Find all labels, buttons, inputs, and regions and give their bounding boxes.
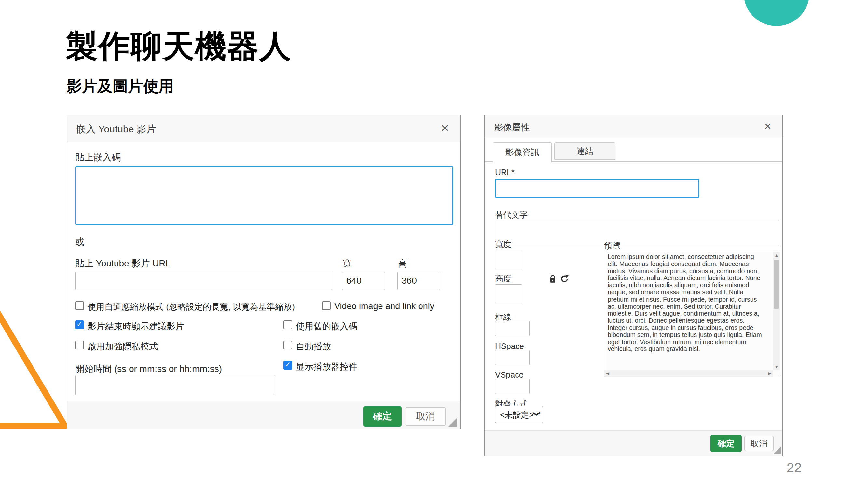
privacy-mode-checkbox[interactable] xyxy=(75,340,84,349)
width-label: 寬度 xyxy=(495,239,511,250)
old-embed-code-checkbox[interactable] xyxy=(283,321,292,329)
text-cursor xyxy=(499,183,499,194)
privacy-mode-label: 啟用加強隱私模式 xyxy=(88,340,158,352)
video-image-link-checkbox[interactable] xyxy=(322,301,331,310)
autoplay-checkbox[interactable] xyxy=(283,340,292,349)
ok-button[interactable]: 確定 xyxy=(711,435,742,452)
video-width-label: 寬 xyxy=(343,257,352,270)
youtube-url-input[interactable] xyxy=(75,272,332,290)
slide-subtitle: 影片及圖片使用 xyxy=(67,76,174,97)
video-width-input[interactable] xyxy=(342,272,385,290)
player-controls-label: 显示播放器控件 xyxy=(296,361,358,372)
hspace-input[interactable] xyxy=(495,350,529,365)
image-dialog-header: 影像屬性 ✕ xyxy=(485,115,782,137)
scroll-up-icon[interactable]: ▲ xyxy=(773,252,780,259)
youtube-dialog-footer: 確定 取消 xyxy=(67,401,460,429)
vspace-label: VSpace xyxy=(495,370,524,380)
cancel-button[interactable]: 取消 xyxy=(744,435,774,451)
close-icon[interactable]: ✕ xyxy=(440,122,449,134)
width-input[interactable] xyxy=(495,251,522,269)
autoplay-label: 自動播放 xyxy=(296,340,331,352)
embed-code-textarea[interactable] xyxy=(75,166,453,225)
or-label: 或 xyxy=(75,236,84,248)
slide: 製作聊天機器人 影片及圖片使用 22 嵌入 Youtube 影片 ✕ 貼上嵌入碼… xyxy=(0,0,868,488)
youtube-dialog-title: 嵌入 Youtube 影片 xyxy=(76,123,156,136)
start-time-label: 開始時間 (ss or mm:ss or hh:mm:ss) xyxy=(75,363,222,375)
height-label: 高度 xyxy=(495,273,511,284)
video-height-input[interactable] xyxy=(397,272,440,290)
image-properties-dialog: 影像屬性 ✕ 影像資訊 連結 URL* 替代文字 寬度 高度 框線 HSpace xyxy=(484,115,783,456)
preview-vertical-scrollbar[interactable]: ▲ ▼ xyxy=(773,252,780,370)
youtube-dialog-header: 嵌入 Youtube 影片 ✕ xyxy=(67,115,460,142)
youtube-url-label: 貼上 Youtube 影片 URL xyxy=(75,257,170,270)
slide-title: 製作聊天機器人 xyxy=(66,25,291,68)
preview-label: 預覽 xyxy=(604,240,620,251)
teal-circle-decoration xyxy=(744,0,809,26)
video-height-label: 高 xyxy=(398,257,407,270)
video-image-link-label: Video image and link only xyxy=(334,301,434,311)
alt-text-input[interactable] xyxy=(495,221,779,245)
responsive-mode-label: 使用自適應縮放模式 (忽略設定的長寬, 以寬為基準縮放) xyxy=(88,301,295,313)
ok-button[interactable]: 確定 xyxy=(363,406,402,426)
tab-link[interactable]: 連結 xyxy=(554,142,615,160)
resize-handle-icon[interactable] xyxy=(448,418,457,426)
page-number: 22 xyxy=(781,460,807,476)
suggested-videos-label: 影片結束時顯示建議影片 xyxy=(88,321,184,332)
resize-handle-icon[interactable] xyxy=(774,447,781,454)
url-label: URL* xyxy=(495,168,515,177)
suggested-videos-checkbox[interactable] xyxy=(75,321,84,329)
tab-image-info[interactable]: 影像資訊 xyxy=(493,142,552,162)
youtube-embed-dialog: 嵌入 Youtube 影片 ✕ 貼上嵌入碼 或 貼上 Youtube 影片 UR… xyxy=(67,115,461,429)
image-dialog-title: 影像屬性 xyxy=(494,122,529,133)
embed-code-label: 貼上嵌入碼 xyxy=(75,151,121,164)
scrollbar-thumb[interactable] xyxy=(774,260,779,309)
alignment-selected-value: <未設定> xyxy=(500,410,534,420)
start-time-input[interactable] xyxy=(75,375,275,395)
chevron-down-icon: ❯ xyxy=(532,411,541,417)
preview-horizontal-scrollbar[interactable]: ◀ ▶ xyxy=(604,370,773,377)
border-input[interactable] xyxy=(495,321,529,336)
alt-text-label: 替代文字 xyxy=(495,209,528,220)
image-dialog-footer: 確定 取消 xyxy=(485,430,782,456)
scroll-left-icon[interactable]: ◀ xyxy=(604,370,611,377)
cancel-button[interactable]: 取消 xyxy=(405,407,445,426)
alignment-select[interactable]: <未設定> ❯ xyxy=(495,406,543,423)
url-input[interactable] xyxy=(495,179,700,198)
player-controls-checkbox[interactable] xyxy=(283,361,292,369)
reset-size-icon[interactable] xyxy=(560,274,569,284)
preview-pane: Lorem ipsum dolor sit amet, consectetuer… xyxy=(604,252,780,377)
old-embed-code-label: 使用舊的嵌入碼 xyxy=(296,321,358,332)
scroll-down-icon[interactable]: ▼ xyxy=(773,364,780,370)
responsive-mode-checkbox[interactable] xyxy=(75,301,84,310)
height-input[interactable] xyxy=(495,284,522,303)
hspace-label: HSpace xyxy=(495,341,524,351)
vspace-input[interactable] xyxy=(495,379,529,394)
close-icon[interactable]: ✕ xyxy=(764,121,772,132)
lock-ratio-icon[interactable] xyxy=(549,274,557,284)
scroll-right-icon[interactable]: ▶ xyxy=(767,370,773,377)
preview-text: Lorem ipsum dolor sit amet, consectetuer… xyxy=(608,254,763,368)
